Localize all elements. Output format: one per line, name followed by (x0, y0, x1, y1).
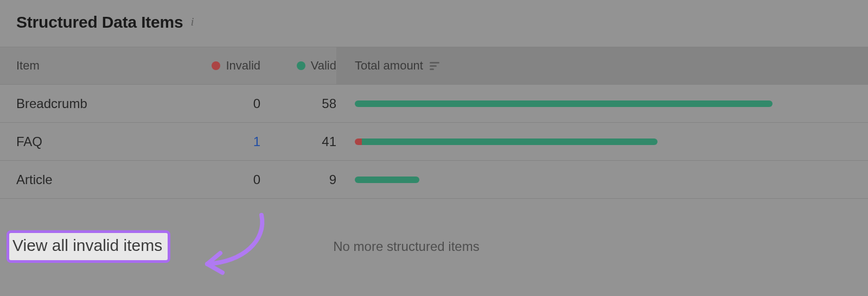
structured-data-panel: Structured Data Items i Item Invalid Val… (0, 0, 868, 294)
col-header-valid-label: Valid (311, 59, 336, 73)
col-header-total[interactable]: Total amount (336, 47, 868, 84)
col-header-total-label: Total amount (355, 59, 423, 73)
table-row: Article09 (0, 161, 868, 199)
bar-segment-invalid (355, 138, 362, 145)
item-name: FAQ (0, 134, 195, 149)
total-bar (336, 138, 868, 145)
item-name: Breadcrumb (0, 96, 195, 111)
invalid-dot-icon (212, 61, 220, 70)
valid-count: 41 (260, 134, 336, 149)
invalid-count: 0 (195, 96, 260, 111)
item-name: Article (0, 172, 195, 187)
table-row: FAQ141 (0, 123, 868, 161)
col-header-valid[interactable]: Valid (260, 59, 336, 73)
invalid-count: 0 (195, 172, 260, 187)
sort-desc-icon (430, 62, 439, 70)
invalid-count[interactable]: 1 (195, 134, 260, 149)
table-body: Breadcrumb058FAQ141Article09 (0, 85, 868, 199)
panel-title: Structured Data Items (16, 13, 183, 32)
total-bar (336, 100, 868, 107)
valid-dot-icon (297, 61, 305, 70)
table-header: Item Invalid Valid Total amount (0, 47, 868, 85)
info-icon[interactable]: i (191, 16, 194, 29)
bar-segment-valid (355, 177, 419, 183)
col-header-invalid-label: Invalid (226, 59, 260, 73)
table-row: Breadcrumb058 (0, 85, 868, 123)
col-header-item[interactable]: Item (0, 59, 195, 73)
panel-footer: View all invalid items No more structure… (0, 199, 868, 294)
bar-segment-valid (362, 138, 657, 145)
panel-header: Structured Data Items i (0, 0, 868, 47)
empty-state-message: No more structured items (170, 239, 868, 254)
valid-count: 58 (260, 96, 336, 111)
view-all-invalid-link[interactable]: View all invalid items (12, 236, 162, 254)
bar-segment-valid (355, 100, 773, 107)
col-header-invalid[interactable]: Invalid (195, 59, 260, 73)
valid-count: 9 (260, 172, 336, 187)
total-bar (336, 177, 868, 183)
view-all-invalid-highlight: View all invalid items (7, 230, 170, 263)
